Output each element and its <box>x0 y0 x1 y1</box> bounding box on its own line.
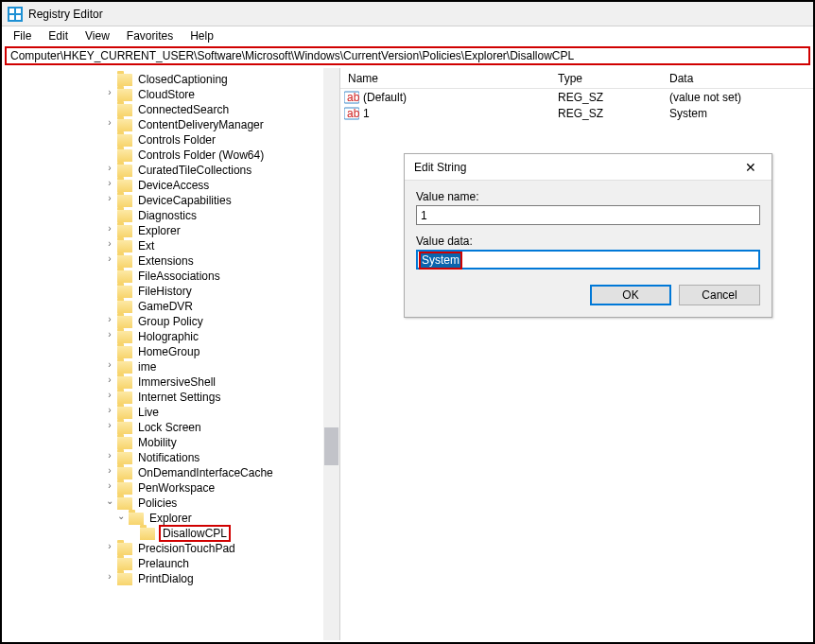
chevron-right-icon[interactable]: › <box>104 193 115 208</box>
chevron-right-icon[interactable]: › <box>104 541 115 556</box>
tree-node[interactable]: ime <box>115 359 158 374</box>
chevron-right-icon[interactable]: › <box>104 117 115 132</box>
tree-node-label[interactable]: GameDVR <box>136 300 195 313</box>
tree-node[interactable]: ContentDeliveryManager <box>115 117 266 132</box>
tree-node[interactable]: Holographic <box>115 329 200 344</box>
tree-node-label[interactable]: Group Policy <box>136 315 205 328</box>
chevron-down-icon[interactable]: ⌄ <box>115 511 127 526</box>
chevron-right-icon[interactable]: › <box>104 405 115 420</box>
registry-tree[interactable]: ClosedCaptioning›CloudStoreConnectedSear… <box>2 68 339 590</box>
tree-node[interactable]: CuratedTileCollections <box>115 163 253 178</box>
tree-node-label[interactable]: Notifications <box>136 451 201 464</box>
valuedata-input[interactable] <box>416 250 760 270</box>
tree-node-label[interactable]: PrintDialog <box>136 572 196 585</box>
tree-node[interactable]: ConnectedSearch <box>115 102 231 117</box>
chevron-right-icon[interactable]: › <box>104 223 115 238</box>
tree-node-label[interactable]: Explorer <box>136 224 182 237</box>
tree-scrollbar[interactable] <box>323 68 339 640</box>
address-input[interactable] <box>10 49 805 62</box>
tree-node-label[interactable]: ime <box>136 360 158 374</box>
col-data[interactable]: Data <box>662 69 813 88</box>
cancel-button[interactable]: Cancel <box>679 285 760 305</box>
tree-node-label[interactable]: PenWorkspace <box>136 481 217 495</box>
tree-node-label[interactable]: Explorer <box>147 512 194 525</box>
tree-node[interactable]: PrecisionTouchPad <box>115 541 237 556</box>
tree-node-label[interactable]: Live <box>136 406 161 419</box>
tree-node[interactable]: Group Policy <box>115 314 205 329</box>
tree-node[interactable]: GameDVR <box>115 299 195 314</box>
value-row[interactable]: ab(Default) REG_SZ (value not set) <box>340 89 813 105</box>
tree-node[interactable]: DeviceAccess <box>115 178 211 193</box>
chevron-right-icon[interactable]: › <box>104 238 115 253</box>
tree-node-label[interactable]: DeviceAccess <box>136 179 211 192</box>
tree-node[interactable]: FileAssociations <box>115 269 222 284</box>
menu-file[interactable]: File <box>6 27 39 44</box>
chevron-right-icon[interactable]: › <box>104 450 115 465</box>
chevron-right-icon[interactable]: › <box>104 465 115 480</box>
tree-node[interactable]: ClosedCaptioning <box>115 72 230 87</box>
ok-button[interactable]: OK <box>590 285 671 305</box>
value-row[interactable]: ab1 REG_SZ System <box>340 105 813 121</box>
tree-node[interactable]: HomeGroup <box>115 344 201 359</box>
chevron-right-icon[interactable]: › <box>104 390 115 405</box>
tree-node-label[interactable]: DeviceCapabilities <box>136 194 234 207</box>
tree-node[interactable]: CloudStore <box>115 87 197 102</box>
chevron-right-icon[interactable]: › <box>104 571 115 586</box>
chevron-right-icon[interactable]: › <box>104 329 115 344</box>
tree-node[interactable]: Ext <box>115 238 156 253</box>
chevron-right-icon[interactable]: › <box>104 420 115 435</box>
menu-favorites[interactable]: Favorites <box>119 27 181 44</box>
scrollbar-thumb[interactable] <box>324 427 338 465</box>
chevron-right-icon[interactable]: › <box>104 178 115 193</box>
value-list[interactable]: ab(Default) REG_SZ (value not set) ab1 R… <box>340 89 813 121</box>
col-type[interactable]: Type <box>550 69 662 88</box>
tree-node-label[interactable]: PrecisionTouchPad <box>136 542 237 555</box>
tree-node-label[interactable]: Mobility <box>136 436 179 449</box>
tree-node[interactable]: Notifications <box>115 450 201 465</box>
menu-view[interactable]: View <box>78 27 117 44</box>
tree-node-label[interactable]: Controls Folder <box>136 133 217 147</box>
tree-node-label[interactable]: Ext <box>136 239 156 252</box>
col-name[interactable]: Name <box>340 69 550 88</box>
tree-node-label[interactable]: Controls Folder (Wow64) <box>136 148 266 162</box>
menu-edit[interactable]: Edit <box>41 27 76 44</box>
tree-node[interactable]: Controls Folder <box>115 132 217 148</box>
tree-node-label[interactable]: Lock Screen <box>136 421 203 434</box>
menu-help[interactable]: Help <box>182 27 221 44</box>
tree-node-label[interactable]: ConnectedSearch <box>136 103 231 116</box>
tree-node-label[interactable]: DisallowCPL <box>159 525 231 542</box>
tree-node-label[interactable]: ContentDeliveryManager <box>136 118 266 131</box>
chevron-right-icon[interactable]: › <box>104 374 115 390</box>
tree-node[interactable]: OnDemandInterfaceCache <box>115 465 275 480</box>
tree-node-label[interactable]: CuratedTileCollections <box>136 164 253 177</box>
tree-node[interactable]: Controls Folder (Wow64) <box>115 148 266 163</box>
tree-node[interactable]: Lock Screen <box>115 420 203 435</box>
tree-node[interactable]: Internet Settings <box>115 390 222 405</box>
dialog-title-bar[interactable]: Edit String ✕ <box>405 154 772 181</box>
tree-node[interactable]: Diagnostics <box>115 208 199 223</box>
chevron-right-icon[interactable]: › <box>104 359 115 374</box>
tree-node-label[interactable]: Prelaunch <box>136 557 191 570</box>
close-icon[interactable]: ✕ <box>739 160 762 175</box>
tree-node[interactable]: Extensions <box>115 253 196 269</box>
tree-node[interactable]: FileHistory <box>115 284 194 299</box>
tree-node-label[interactable]: Holographic <box>136 330 200 343</box>
chevron-right-icon[interactable]: › <box>104 87 115 102</box>
tree-node[interactable]: PenWorkspace <box>115 480 217 496</box>
tree-node[interactable]: DeviceCapabilities <box>115 193 234 208</box>
tree-node-label[interactable]: Diagnostics <box>136 209 199 222</box>
chevron-right-icon[interactable]: › <box>104 480 115 496</box>
chevron-right-icon[interactable]: › <box>104 163 115 178</box>
tree-node[interactable]: Live <box>115 405 161 420</box>
tree-node[interactable]: Policies <box>115 496 179 511</box>
chevron-right-icon[interactable]: › <box>104 314 115 329</box>
tree-node[interactable]: Explorer <box>127 511 194 526</box>
chevron-right-icon[interactable]: › <box>104 253 115 269</box>
tree-node[interactable]: PrintDialog <box>115 571 196 586</box>
chevron-down-icon[interactable]: ⌄ <box>104 496 115 511</box>
tree-node-label[interactable]: Extensions <box>136 254 196 268</box>
tree-node[interactable]: Prelaunch <box>115 556 191 571</box>
tree-node[interactable]: ImmersiveShell <box>115 374 217 390</box>
valuename-input[interactable] <box>416 205 760 225</box>
tree-node-label[interactable]: CloudStore <box>136 88 197 101</box>
